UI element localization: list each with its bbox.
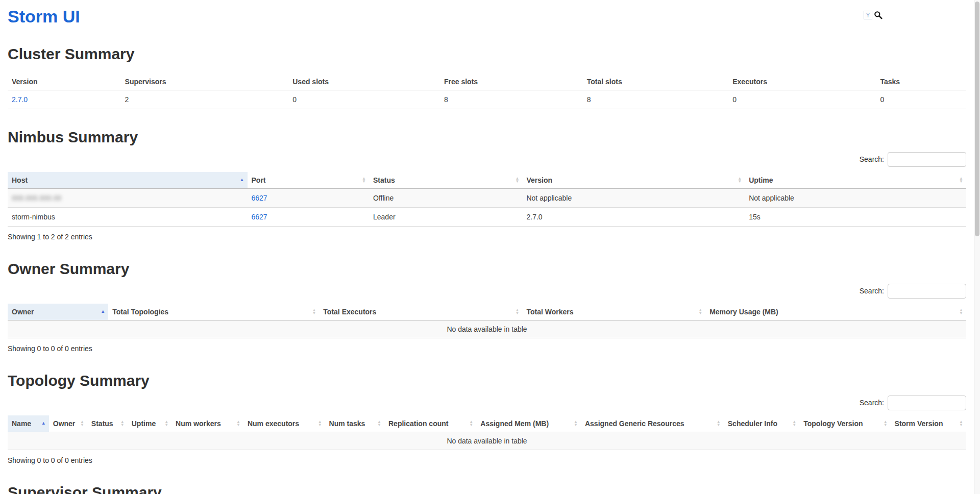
topbar-icons: Y: [864, 11, 883, 19]
cluster-supervisors-cell: 2: [121, 90, 289, 109]
topology-search-input[interactable]: [888, 396, 966, 410]
col-free-slots: Free slots: [440, 73, 583, 90]
sort-icon: ▲▼: [120, 421, 125, 427]
cluster-summary-table: Version Supervisors Used slots Free slot…: [8, 73, 966, 109]
sort-icon: ▲▼: [959, 309, 963, 315]
vertical-scrollbar[interactable]: [974, 0, 980, 494]
col-storm-version[interactable]: Storm Version▲▼: [891, 415, 966, 432]
col-total-workers[interactable]: Total Workers▲▼: [522, 304, 705, 320]
col-total-slots: Total slots: [583, 73, 728, 90]
sort-icon: ▲▼: [884, 421, 888, 427]
col-memory-usage[interactable]: Memory Usage (MB)▲▼: [705, 304, 966, 320]
nimbus-search-label: Search:: [860, 155, 884, 163]
topology-header-row: Name▲ Owner▲▼ Status▲▼ Uptime▲▼ Num work…: [8, 415, 966, 432]
cluster-free-slots-cell: 8: [440, 90, 583, 109]
col-status[interactable]: Status▲▼: [369, 172, 522, 189]
sort-icon: ▲▼: [469, 421, 473, 427]
nimbus-host-cell: storm-nimbus: [8, 208, 248, 227]
scrollbar-thumb[interactable]: [975, 2, 979, 236]
cluster-header-row: Version Supervisors Used slots Free slot…: [8, 73, 966, 90]
owner-empty-row: No data available in table: [8, 320, 966, 338]
col-supervisors: Supervisors: [121, 73, 289, 90]
port-link[interactable]: 6627: [252, 213, 267, 221]
topology-search-row: Search:: [8, 394, 966, 411]
nimbus-version-cell: 2.7.0: [522, 208, 745, 227]
sort-icon: ▲▼: [362, 177, 366, 183]
port-link[interactable]: 6627: [252, 194, 267, 202]
topology-search-label: Search:: [860, 399, 884, 407]
col-used-slots: Used slots: [288, 73, 440, 90]
col-name[interactable]: Name▲: [8, 415, 49, 432]
nimbus-header-row: Host▲ Port▲▼ Status▲▼ Version▲▼ Uptime▲▼: [8, 172, 966, 189]
owner-entries-info: Showing 0 to 0 of 0 entries: [8, 344, 966, 353]
col-tasks: Tasks: [876, 73, 966, 90]
sort-icon: ▲▼: [792, 421, 796, 427]
topology-summary-table: Name▲ Owner▲▼ Status▲▼ Uptime▲▼ Num work…: [8, 415, 966, 450]
col-uptime[interactable]: Uptime▲▼: [745, 172, 966, 189]
col-replication-count[interactable]: Replication count▲▼: [384, 415, 476, 432]
col-topology-owner[interactable]: Owner▲▼: [49, 415, 87, 432]
owner-header-row: Owner▲ Total Topologies▲▼ Total Executor…: [8, 304, 966, 320]
col-topology-uptime[interactable]: Uptime▲▼: [128, 415, 172, 432]
cluster-tasks-cell: 0: [876, 90, 966, 109]
col-scheduler-info[interactable]: Scheduler Info▲▼: [724, 415, 799, 432]
nimbus-row-leader: storm-nimbus 6627 Leader 2.7.0 15s: [8, 208, 966, 227]
col-topology-status[interactable]: Status▲▼: [87, 415, 128, 432]
page-title: Storm UI: [8, 7, 966, 26]
nimbus-row-offline: 000.000.000.00 6627 Offline Not applicab…: [8, 189, 966, 208]
sort-icon: ▲▼: [516, 309, 520, 315]
sort-asc-icon: ▲: [41, 421, 46, 426]
col-owner[interactable]: Owner▲: [8, 304, 108, 320]
owner-summary-heading: Owner Summary: [8, 260, 966, 277]
broken-image-icon: Y: [864, 11, 872, 19]
cluster-summary-heading: Cluster Summary: [8, 45, 966, 62]
nimbus-search-row: Search:: [8, 151, 966, 168]
search-icon[interactable]: [874, 11, 883, 19]
nimbus-port-cell: 6627: [248, 189, 370, 208]
owner-summary-table: Owner▲ Total Topologies▲▼ Total Executor…: [8, 304, 966, 338]
col-num-executors[interactable]: Num executors▲▼: [243, 415, 325, 432]
redacted-host: 000.000.000.00: [12, 194, 61, 202]
supervisor-summary-heading: Supervisor Summary: [8, 484, 966, 494]
owner-search-input[interactable]: [888, 284, 966, 299]
sort-icon: ▲▼: [164, 421, 168, 427]
col-assigned-generic-resources[interactable]: Assigned Generic Resources▲▼: [581, 415, 724, 432]
cluster-total-slots-cell: 8: [583, 90, 728, 109]
sort-icon: ▲▼: [574, 421, 578, 427]
nimbus-search-input[interactable]: [888, 152, 966, 167]
cluster-version-cell: 2.7.0: [8, 90, 121, 109]
owner-empty-message: No data available in table: [8, 320, 966, 338]
storm-ui-page: Storm UI Y Cluster Summary Version Super…: [0, 7, 974, 494]
sort-icon: ▲▼: [516, 177, 520, 183]
topology-empty-row: No data available in table: [8, 432, 966, 450]
owner-search-row: Search:: [8, 282, 966, 300]
nimbus-host-cell: 000.000.000.00: [8, 189, 248, 208]
topology-summary-heading: Topology Summary: [8, 372, 966, 389]
col-total-executors[interactable]: Total Executors▲▼: [319, 304, 522, 320]
nimbus-version-cell: Not applicable: [522, 189, 745, 208]
nimbus-entries-info: Showing 1 to 2 of 2 entries: [8, 233, 966, 241]
nimbus-status-cell: Leader: [369, 208, 522, 227]
version-link[interactable]: 2.7.0: [12, 95, 28, 104]
sort-icon: ▲▼: [377, 421, 381, 427]
sort-icon: ▲▼: [717, 421, 721, 427]
sort-icon: ▲▼: [698, 309, 702, 315]
owner-search-label: Search:: [860, 287, 884, 295]
col-total-topologies[interactable]: Total Topologies▲▼: [108, 304, 319, 320]
cluster-data-row: 2.7.0 2 0 8 8 0 0: [8, 90, 966, 109]
col-num-tasks[interactable]: Num tasks▲▼: [325, 415, 384, 432]
storm-ui-home-link[interactable]: Storm UI: [8, 7, 80, 26]
col-host[interactable]: Host▲: [8, 172, 248, 189]
col-nimbus-version[interactable]: Version▲▼: [522, 172, 745, 189]
nimbus-uptime-cell: Not applicable: [745, 189, 966, 208]
nimbus-uptime-cell: 15s: [745, 208, 966, 227]
col-port[interactable]: Port▲▼: [248, 172, 370, 189]
topology-entries-info: Showing 0 to 0 of 0 entries: [8, 456, 966, 464]
cluster-executors-cell: 0: [728, 90, 876, 109]
nimbus-summary-heading: Nimbus Summary: [8, 129, 966, 145]
col-assigned-mem[interactable]: Assigned Mem (MB)▲▼: [476, 415, 581, 432]
col-topology-version[interactable]: Topology Version▲▼: [799, 415, 890, 432]
col-num-workers[interactable]: Num workers▲▼: [172, 415, 243, 432]
cluster-used-slots-cell: 0: [288, 90, 440, 109]
sort-icon: ▲▼: [959, 177, 963, 183]
